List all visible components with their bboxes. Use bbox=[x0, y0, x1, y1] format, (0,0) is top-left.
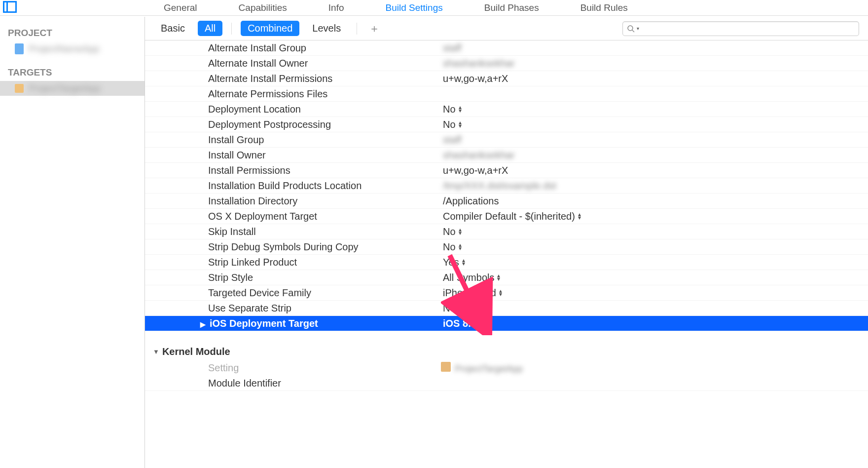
targets-heading: TARGETS bbox=[0, 64, 145, 81]
setting-label: Alternate Install Permissions bbox=[145, 73, 441, 84]
main-panel: Basic All Combined Levels ＋ ▾ Alternate … bbox=[145, 17, 868, 468]
setting-row[interactable]: Strip Linked ProductYes▴▾ bbox=[145, 255, 868, 270]
sidebar-project-item[interactable]: ProjectNameApp bbox=[0, 41, 145, 56]
setting-label: Strip Debug Symbols During Copy bbox=[145, 241, 441, 253]
setting-row[interactable]: Alternate Install Groupstaff bbox=[145, 40, 868, 56]
setting-row[interactable]: Skip InstallNo▴▾ bbox=[145, 224, 868, 239]
setting-row[interactable]: Targeted Device FamilyiPhone/iPad▴▾ bbox=[145, 285, 868, 301]
tab-build-settings[interactable]: Build Settings bbox=[380, 0, 449, 15]
setting-row[interactable]: Install Permissionsu+w,go-w,a+rX bbox=[145, 163, 868, 178]
setting-row[interactable]: Alternate Permissions Files bbox=[145, 86, 868, 102]
project-name: ProjectNameApp bbox=[29, 43, 100, 54]
project-file-icon bbox=[15, 43, 24, 54]
target-icon bbox=[15, 84, 24, 93]
setting-row[interactable]: Alternate Install Permissionsu+w,go-w,a+… bbox=[145, 71, 868, 86]
setting-label: Strip Style bbox=[145, 272, 441, 283]
setting-value[interactable]: staff bbox=[441, 134, 868, 146]
project-heading: PROJECT bbox=[0, 25, 145, 41]
setting-row[interactable]: Strip Debug Symbols During CopyNo▴▾ bbox=[145, 239, 868, 255]
setting-value[interactable]: /Applications bbox=[441, 195, 868, 207]
tab-build-rules[interactable]: Build Rules bbox=[575, 0, 634, 15]
section-title: Kernel Module bbox=[162, 346, 230, 357]
setting-label: Use Separate Strip bbox=[145, 303, 441, 314]
target-name: ProjectTargetApp bbox=[455, 364, 523, 374]
disclosure-triangle-icon[interactable]: ▶ bbox=[200, 320, 206, 328]
setting-value[interactable]: No▴▾ bbox=[441, 226, 868, 237]
setting-row[interactable]: Strip StyleAll Symbols▴▾ bbox=[145, 270, 868, 285]
setting-row[interactable]: Alternate Install Ownershashanksekhar bbox=[145, 56, 868, 71]
setting-value[interactable]: Yes▴▾ bbox=[441, 257, 868, 268]
setting-row[interactable]: Deployment LocationNo▴▾ bbox=[145, 102, 868, 117]
setting-label: OS X Deployment Target bbox=[145, 211, 441, 222]
setting-label: Deployment Postprocessing bbox=[145, 119, 441, 130]
search-input[interactable] bbox=[641, 24, 855, 33]
sidebar-target-item[interactable]: ProjectTargetApp bbox=[0, 81, 145, 96]
setting-value[interactable]: All Symbols▴▾ bbox=[441, 272, 868, 283]
disclosure-triangle-icon[interactable]: ▼ bbox=[153, 348, 159, 355]
setting-value[interactable]: No▴▾ bbox=[441, 104, 868, 115]
top-tabs: General Capabilities Info Build Settings… bbox=[0, 0, 868, 16]
setting-column-header: Setting bbox=[145, 362, 441, 374]
setting-value[interactable]: staff bbox=[441, 42, 868, 54]
target-icon bbox=[441, 362, 451, 372]
setting-value[interactable]: iOS 8.3▴▾ bbox=[441, 318, 868, 329]
setting-label: Targeted Device Family bbox=[145, 287, 441, 299]
filter-basic-button[interactable]: Basic bbox=[154, 21, 192, 36]
tab-general[interactable]: General bbox=[158, 0, 203, 15]
setting-label: Installation Directory bbox=[145, 195, 441, 207]
search-box[interactable]: ▾ bbox=[622, 21, 859, 36]
setting-label: Strip Linked Product bbox=[145, 257, 441, 268]
target-name: ProjectTargetApp bbox=[29, 83, 101, 94]
sidebar: PROJECT ProjectNameApp TARGETS ProjectTa… bbox=[0, 17, 145, 468]
filter-all-button[interactable]: All bbox=[198, 21, 222, 36]
setting-row[interactable]: Installation Directory/Applications bbox=[145, 194, 868, 209]
setting-row[interactable]: Deployment PostprocessingNo▴▾ bbox=[145, 117, 868, 132]
setting-label: Install Permissions bbox=[145, 165, 441, 176]
setting-row[interactable]: Installation Build Products Location/tmp… bbox=[145, 178, 868, 194]
setting-row-ios-deployment-target[interactable]: ▶iOS Deployment TargetiOS 8.3▴▾ bbox=[145, 316, 868, 331]
setting-label: Deployment Location bbox=[145, 104, 441, 115]
setting-row[interactable]: Use Separate StripNo▴▾ bbox=[145, 301, 868, 316]
setting-label: Alternate Install Group bbox=[145, 42, 441, 54]
setting-label: Alternate Permissions Files bbox=[145, 88, 441, 100]
setting-value[interactable]: shashanksekhar bbox=[441, 58, 868, 69]
setting-label: Module Identifier bbox=[145, 378, 441, 389]
setting-row[interactable]: Install Groupstaff bbox=[145, 132, 868, 148]
setting-value[interactable]: No▴▾ bbox=[441, 303, 868, 314]
search-icon bbox=[627, 25, 635, 33]
setting-row[interactable]: Install Ownershashanksekhar bbox=[145, 148, 868, 163]
filter-bar: Basic All Combined Levels ＋ ▾ bbox=[145, 17, 868, 40]
divider bbox=[357, 23, 357, 35]
svg-line-1 bbox=[632, 30, 634, 32]
filter-combined-button[interactable]: Combined bbox=[241, 21, 299, 36]
setting-value[interactable]: No▴▾ bbox=[441, 241, 868, 253]
settings-list: Alternate Install GroupstaffAlternate In… bbox=[145, 40, 868, 391]
filter-levels-button[interactable]: Levels bbox=[305, 21, 348, 36]
divider bbox=[231, 23, 232, 35]
setting-value[interactable]: u+w,go-w,a+rX bbox=[441, 73, 868, 84]
section-kernel-module[interactable]: ▼Kernel Module bbox=[145, 331, 868, 360]
setting-row[interactable]: OS X Deployment TargetCompiler Default -… bbox=[145, 209, 868, 224]
add-button[interactable]: ＋ bbox=[366, 21, 383, 36]
setting-label: Skip Install bbox=[145, 226, 441, 237]
setting-label: Installation Build Products Location bbox=[145, 180, 441, 192]
svg-point-0 bbox=[628, 26, 633, 31]
setting-label: ▶iOS Deployment Target bbox=[145, 318, 441, 329]
tab-build-phases[interactable]: Build Phases bbox=[478, 0, 545, 15]
setting-row[interactable]: Module Identifier bbox=[145, 376, 868, 391]
setting-label: Alternate Install Owner bbox=[145, 58, 441, 69]
setting-value[interactable]: iPhone/iPad▴▾ bbox=[441, 287, 868, 299]
column-header-row: SettingProjectTargetApp bbox=[145, 360, 868, 376]
setting-label: Install Owner bbox=[145, 150, 441, 161]
search-scope-chevron-icon[interactable]: ▾ bbox=[637, 26, 639, 31]
setting-value[interactable]: No▴▾ bbox=[441, 119, 868, 130]
setting-value[interactable]: Compiler Default - $(inherited)▴▾ bbox=[441, 211, 868, 222]
setting-value[interactable]: u+w,go-w,a+rX bbox=[441, 165, 868, 176]
setting-value[interactable]: /tmp/XXX.dst/example.dst bbox=[441, 180, 868, 192]
tab-capabilities[interactable]: Capabilities bbox=[233, 0, 293, 15]
tab-info[interactable]: Info bbox=[323, 0, 350, 15]
setting-label: Install Group bbox=[145, 134, 441, 146]
setting-value[interactable]: shashanksekhar bbox=[441, 150, 868, 161]
